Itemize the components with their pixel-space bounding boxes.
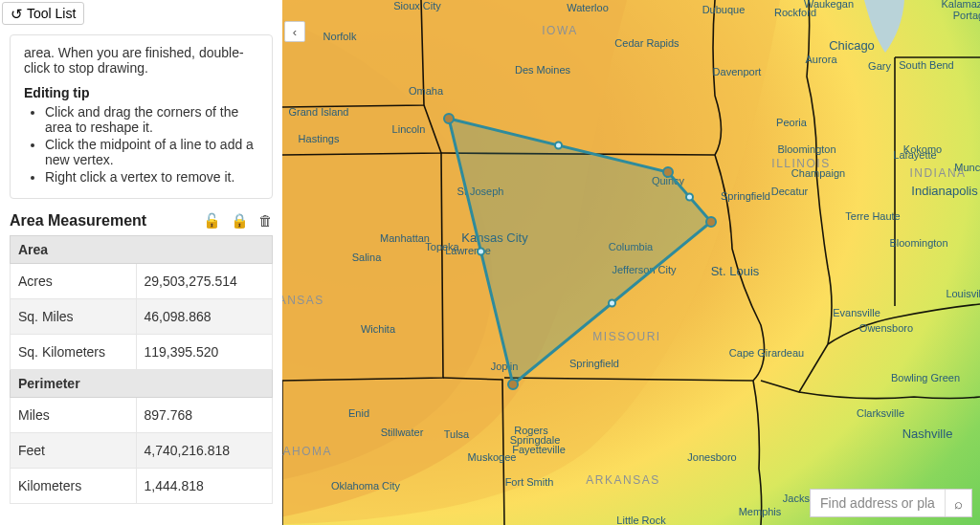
tool-list-button[interactable]: ↺ Tool List xyxy=(2,2,84,25)
tips-card: area. When you are finished, double-clic… xyxy=(10,34,273,199)
unlock-icon[interactable]: 🔓 xyxy=(203,212,221,230)
chevron-left-icon: ‹ xyxy=(293,25,297,39)
editing-tip-list: Click and drag the corners of the area t… xyxy=(24,104,258,185)
trash-icon[interactable]: 🗑 xyxy=(258,212,273,230)
table-row: Feet4,740,216.818 xyxy=(11,433,273,469)
tip-bullet: Right click a vertex to remove it. xyxy=(45,169,258,185)
area-section-header: Area xyxy=(11,236,273,264)
map[interactable]: ‹ xyxy=(282,0,980,525)
perimeter-section-header: Perimeter xyxy=(11,370,273,398)
table-row: Sq. Miles46,098.868 xyxy=(11,299,273,335)
search-button[interactable]: ⌕ xyxy=(945,490,971,516)
search-input[interactable] xyxy=(811,490,945,516)
measurement-title: Area Measurement xyxy=(10,212,146,230)
tool-list-label: Tool List xyxy=(27,6,76,21)
table-row: Miles897.768 xyxy=(11,398,273,433)
measurement-table: Area Acres29,503,275.514 Sq. Miles46,098… xyxy=(10,235,273,504)
tip-bullet: Click the midpoint of a line to add a ne… xyxy=(45,137,258,167)
table-row: Acres29,503,275.514 xyxy=(11,264,273,299)
tips-intro: area. When you are finished, double-clic… xyxy=(24,45,258,76)
map-canvas[interactable] xyxy=(282,0,980,525)
search-icon: ⌕ xyxy=(954,495,963,512)
sidebar-scroll[interactable]: area. When you are finished, double-clic… xyxy=(0,29,282,525)
tip-bullet: Click and drag the corners of the area t… xyxy=(45,104,258,135)
collapse-sidebar-button[interactable]: ‹ xyxy=(284,21,305,42)
table-row: Sq. Kilometers119,395.520 xyxy=(11,335,273,370)
lock-icon[interactable]: 🔒 xyxy=(231,212,249,230)
table-row: Kilometers1,444.818 xyxy=(11,469,273,504)
search-box[interactable]: ⌕ xyxy=(810,489,972,517)
sidebar: ↺ Tool List area. When you are finished,… xyxy=(0,0,282,525)
undo-icon: ↺ xyxy=(11,7,23,21)
editing-tip-heading: Editing tip xyxy=(24,85,89,100)
